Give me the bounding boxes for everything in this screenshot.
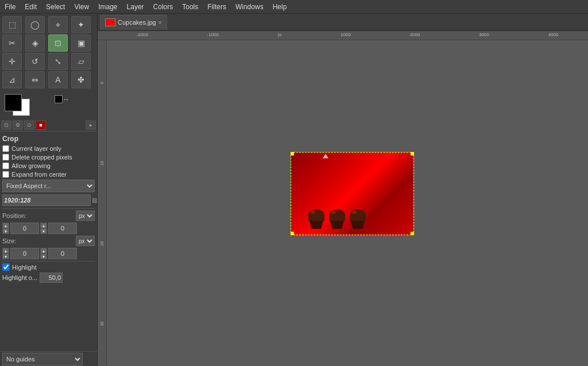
- selection-corner-br: [411, 232, 414, 235]
- highlight-opacity-input[interactable]: [40, 272, 63, 283]
- tool-icons-grid: ⬚ ◯ ⌖ ✦ ✂ ◈ ⊡ ▣ ✛ ↺ ⤡ ▱ ⊿ ⇔ A ✤: [0, 14, 97, 91]
- size-w-up[interactable]: ▲: [2, 248, 9, 254]
- rotate-tool[interactable]: ↺: [25, 53, 45, 70]
- menu-view[interactable]: View: [69, 2, 94, 12]
- current-layer-only-checkbox[interactable]: [2, 145, 9, 152]
- scale-tool[interactable]: ⤡: [48, 53, 68, 70]
- image-canvas-object[interactable]: [291, 152, 414, 235]
- move-tool[interactable]: ✛: [2, 53, 22, 70]
- ruler-canvas-area: -2000 -1000 |o 1000 2000 3000 4000 0 10: [98, 31, 588, 366]
- cupcake-3: [350, 209, 366, 229]
- color-swatches: ↔: [0, 91, 97, 119]
- flip-tool[interactable]: ⇔: [25, 71, 45, 88]
- cupcake-bottom-2: [330, 221, 344, 229]
- align-tool[interactable]: ▣: [71, 34, 91, 52]
- menu-image[interactable]: Image: [94, 2, 122, 12]
- clone-tool[interactable]: ✤: [71, 71, 91, 88]
- tab-close-button[interactable]: ×: [158, 20, 162, 26]
- size-width-input[interactable]: [10, 248, 39, 259]
- no-guides-select[interactable]: No guides All guides Snap to guides: [2, 353, 83, 365]
- delete-cropped-pixels-checkbox[interactable]: [2, 154, 9, 161]
- cupcake-bottom-1: [310, 221, 323, 229]
- size-h-down[interactable]: ▼: [40, 254, 47, 259]
- ellipse-select-tool[interactable]: ◯: [25, 16, 45, 33]
- expand-from-center-row: Expand from center: [2, 171, 95, 178]
- cupcake-1: [308, 209, 324, 229]
- fixed-aspect-dropdown[interactable]: Fixed Aspect r... Fixed Size None: [2, 180, 95, 192]
- text-tool[interactable]: A: [48, 71, 68, 88]
- chain-link-icon[interactable]: ⛓: [92, 197, 97, 204]
- allow-growing-checkbox[interactable]: [2, 162, 9, 169]
- scissors-select-tool[interactable]: ✂: [2, 34, 22, 52]
- pos-y-spinner[interactable]: ▲ ▼: [40, 223, 47, 234]
- size-inputs-row: ▲ ▼ ▲ ▼: [2, 248, 95, 259]
- expand-from-center-checkbox[interactable]: [2, 171, 9, 178]
- crop-marker: [323, 154, 328, 158]
- size-h-up[interactable]: ▲: [40, 248, 47, 254]
- expand-from-center-label: Expand from center: [11, 171, 67, 178]
- current-layer-only-row: Current layer only: [2, 145, 95, 152]
- crop-tool[interactable]: ⊡: [48, 34, 68, 52]
- crop-section-title: Crop: [2, 135, 95, 143]
- tool-options-icon[interactable]: ⊡: [1, 120, 11, 130]
- highlight-opacity-row: Highlight o...: [2, 272, 95, 283]
- left-ruler: 0 10 20 30: [98, 40, 107, 366]
- red-indicator-icon: ■: [36, 120, 46, 130]
- highlight-checkbox[interactable]: [2, 263, 10, 271]
- tool-options-icons-bar: ⊡ ⚙ ⊙ ■ ▸: [0, 119, 97, 131]
- position-unit-select[interactable]: px: [76, 211, 95, 221]
- menu-filters[interactable]: Filters: [203, 2, 231, 12]
- free-select-tool[interactable]: ⌖: [48, 16, 68, 33]
- snap-icon[interactable]: ⊙: [24, 120, 34, 130]
- menu-help[interactable]: Help: [268, 2, 292, 12]
- current-layer-only-label: Current layer only: [11, 145, 61, 152]
- size-label: Size:: [2, 237, 16, 244]
- menu-file[interactable]: File: [0, 2, 20, 12]
- canvas-area: Cupcakes.jpg × -2000 -1000 |o 1000 2000 …: [98, 14, 588, 366]
- pos-x-up[interactable]: ▲: [2, 223, 9, 228]
- fixed-aspect-row: Fixed Aspect r... Fixed Size None: [2, 180, 95, 192]
- size-unit-select[interactable]: px: [76, 236, 95, 246]
- position-y-input[interactable]: [48, 223, 77, 234]
- pos-x-spinner[interactable]: ▲ ▼: [2, 223, 9, 234]
- size-w-spinner[interactable]: ▲ ▼: [2, 248, 9, 259]
- reset-colors-icon[interactable]: [55, 95, 63, 103]
- menu-colors[interactable]: Colors: [149, 2, 178, 12]
- aspect-value-input[interactable]: [2, 194, 91, 206]
- position-x-input[interactable]: [10, 223, 39, 234]
- tab-filename: Cupcakes.jpg: [118, 19, 156, 26]
- cupcake-top-3: [350, 209, 366, 221]
- allow-growing-label: Allow growing: [11, 162, 51, 169]
- size-w-down[interactable]: ▼: [2, 254, 9, 259]
- foreground-select-tool[interactable]: ◈: [25, 34, 45, 52]
- menu-edit[interactable]: Edit: [20, 2, 41, 12]
- image-tab[interactable]: Cupcakes.jpg ×: [100, 15, 167, 30]
- position-inputs-row: ▲ ▼ ▲ ▼: [2, 223, 95, 234]
- perspective-tool[interactable]: ⊿: [2, 71, 22, 88]
- selection-corner-bl: [291, 232, 294, 235]
- tab-bar: Cupcakes.jpg ×: [98, 14, 588, 31]
- fuzzy-select-tool[interactable]: ✦: [71, 16, 91, 33]
- size-height-input[interactable]: [48, 248, 77, 259]
- pos-y-up[interactable]: ▲: [40, 223, 47, 228]
- no-guides-bar: No guides All guides Snap to guides: [0, 351, 97, 366]
- shear-tool[interactable]: ▱: [71, 53, 91, 70]
- swap-colors-icon[interactable]: ↔: [63, 95, 69, 103]
- canvas-viewport[interactable]: [107, 40, 588, 366]
- size-h-spinner[interactable]: ▲ ▼: [40, 248, 47, 259]
- foreground-color-swatch[interactable]: [5, 94, 22, 111]
- panel-arrow-icon[interactable]: ▸: [86, 120, 96, 130]
- highlight-opacity-label: Highlight o...: [2, 274, 37, 281]
- menu-bar: FileEditSelectViewImageLayerColorsToolsF…: [0, 0, 588, 14]
- pos-y-down[interactable]: ▼: [40, 228, 47, 234]
- pos-x-down[interactable]: ▼: [2, 228, 9, 234]
- rectangle-select-tool[interactable]: ⬚: [2, 16, 22, 33]
- document-properties-icon[interactable]: ⚙: [13, 120, 23, 130]
- menu-select[interactable]: Select: [41, 2, 69, 12]
- menu-layer[interactable]: Layer: [122, 2, 149, 12]
- menu-windows[interactable]: Windows: [231, 2, 268, 12]
- image-content: [291, 153, 413, 235]
- delete-cropped-pixels-row: Delete cropped pixels: [2, 154, 95, 161]
- allow-growing-row: Allow growing: [2, 162, 95, 169]
- menu-tools[interactable]: Tools: [177, 2, 203, 12]
